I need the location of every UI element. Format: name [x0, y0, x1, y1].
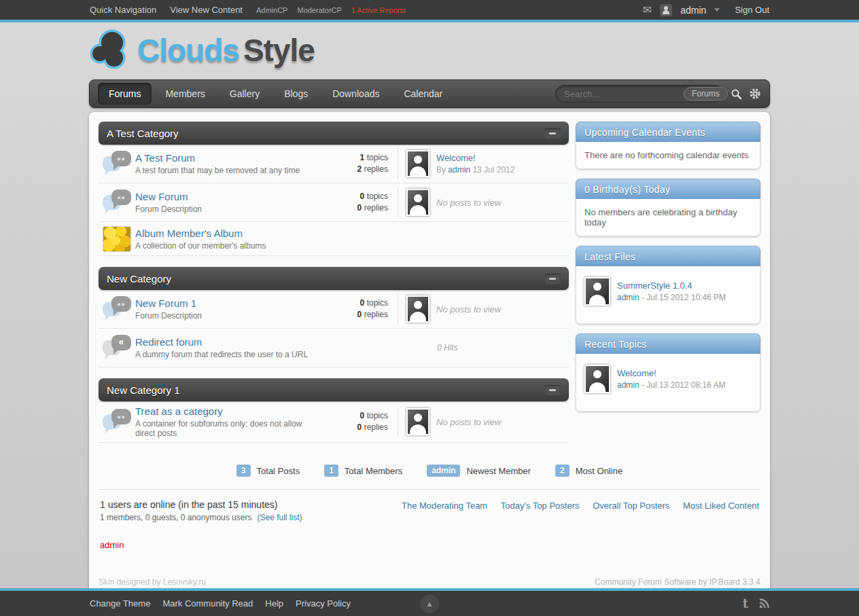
total-posts-badge: 3 — [236, 465, 251, 477]
gear-icon[interactable] — [749, 88, 761, 100]
forum-description: A dummy forum that redirects the user to… — [135, 350, 324, 359]
sidebar-block-title: Recent Topics — [576, 333, 760, 354]
forum-row-new-forum: «» New Forum Forum Description 0 topics … — [99, 183, 569, 222]
view-new-content-link[interactable]: View New Content — [170, 5, 243, 15]
forum-link[interactable]: Redirect forum — [135, 336, 202, 348]
tab-gallery[interactable]: Gallery — [219, 83, 270, 105]
search-icon[interactable] — [731, 88, 742, 100]
credits-row: Skin designed by Lesovsky.ru Community F… — [99, 550, 760, 587]
board-statistics: 3Total Posts 1Total Members adminNewest … — [99, 454, 760, 485]
mark-community-read-link[interactable]: Mark Community Read — [162, 598, 253, 609]
see-full-list-link[interactable]: (See full list) — [257, 513, 302, 522]
category-title: A Test Category — [107, 128, 179, 139]
forum-list: A Test Category «» A Test Forum A test f… — [99, 122, 569, 454]
forum-row-redirect: « Redirect forum A dummy forum that redi… — [99, 329, 569, 367]
change-theme-link[interactable]: Change Theme — [90, 598, 150, 609]
forum-description: A container for subforums only; does not… — [135, 419, 324, 438]
sidebar: Upcoming Calendar Events There are no fo… — [576, 122, 760, 454]
latest-file-item: SummerStyle 1.0.4 admin - Jul 15 2012 10… — [584, 274, 752, 315]
active-reports-link[interactable]: 1 Active Reports — [351, 6, 406, 14]
overall-top-posters-link[interactable]: Overall Top Posters — [593, 501, 669, 511]
avatar-icon[interactable] — [406, 150, 430, 177]
site-logo[interactable]: CloudsStyle — [90, 28, 315, 73]
help-link[interactable]: Help — [265, 598, 283, 609]
speech-bubbles-icon: «» — [99, 189, 135, 215]
forum-row-new-forum-1: «» New Forum 1 Forum Description 0 topic… — [99, 290, 569, 329]
newest-member-badge[interactable]: admin — [427, 465, 460, 477]
forum-link[interactable]: Treat as a category — [135, 405, 223, 417]
no-posts-text: No posts to view — [436, 304, 501, 314]
topic-author-link[interactable]: admin — [617, 380, 639, 390]
user-icon[interactable] — [660, 4, 672, 16]
avatar-icon[interactable] — [406, 408, 430, 435]
moderatorcp-link[interactable]: ModeratorCP — [297, 6, 341, 14]
forum-link[interactable]: New Forum 1 — [135, 297, 196, 309]
avatar-icon[interactable] — [584, 365, 610, 393]
sidebar-block-title: Latest Files — [576, 246, 760, 266]
sidebar-block-birthdays: 0 Birthday(s) Today No members are celeb… — [576, 179, 760, 236]
tab-members[interactable]: Members — [154, 83, 215, 105]
topic-link[interactable]: Welcome! — [617, 368, 725, 378]
privacy-policy-link[interactable]: Privacy Policy — [296, 598, 351, 609]
twitter-icon[interactable]: t — [743, 598, 748, 610]
file-link[interactable]: SummerStyle 1.0.4 — [617, 280, 726, 291]
last-post-author[interactable]: admin — [448, 165, 470, 175]
forum-stats: 1 topics 2 replies — [330, 152, 398, 176]
forum-description: Forum Description — [135, 204, 324, 214]
file-author-link[interactable]: admin — [617, 293, 639, 302]
online-count: 1 users are online (in the past 15 minut… — [100, 499, 302, 510]
avatar-icon[interactable] — [584, 277, 610, 306]
category-title: New Category — [107, 273, 171, 285]
collapse-minus-icon[interactable] — [544, 274, 561, 284]
forum-row-treat-as-category: «» Treat as a category A container for s… — [99, 401, 569, 443]
up-arrow-icon[interactable]: ▲ — [420, 594, 439, 613]
sidebar-block-text: No members are celebrating a birthday to… — [576, 199, 760, 236]
forum-stats: 0 topics 0 replies — [330, 410, 398, 434]
tab-downloads[interactable]: Downloads — [321, 83, 390, 105]
moderating-team-link[interactable]: The Moderating Team — [402, 501, 487, 511]
category-new-category-1: New Category 1 «» Treat as a category A … — [99, 378, 569, 443]
avatar-icon[interactable] — [406, 189, 430, 216]
sign-out-link[interactable]: Sign Out — [735, 5, 769, 15]
avatar-icon[interactable] — [406, 295, 430, 323]
speech-bubbles-icon: «» — [99, 409, 135, 435]
last-post-meta: By admin 13 Jul 2012 — [436, 165, 514, 175]
footer-bar: Change Theme Mark Community Read Help Pr… — [0, 588, 859, 616]
envelope-icon[interactable]: ✉ — [643, 5, 652, 16]
forum-link[interactable]: Album Member's Album — [135, 228, 243, 239]
forum-link[interactable]: New Forum — [135, 191, 188, 202]
admincp-link[interactable]: AdminCP — [256, 6, 287, 14]
dropdown-caret-icon[interactable] — [714, 8, 720, 12]
forum-stats: 0 topics 0 replies — [330, 191, 398, 215]
tab-calendar[interactable]: Calendar — [393, 83, 453, 105]
collapse-minus-icon[interactable] — [544, 385, 561, 395]
sidebar-block-title: 0 Birthday(s) Today — [576, 179, 760, 199]
skin-credit-link[interactable]: Skin designed by Lesovsky.ru — [99, 577, 206, 587]
online-user-admin[interactable]: admin — [100, 540, 759, 550]
collapse-minus-icon[interactable] — [544, 128, 561, 139]
tab-blogs[interactable]: Blogs — [273, 83, 319, 105]
username-menu[interactable]: admin — [680, 5, 706, 16]
forum-stats: 0 topics 0 replies — [330, 297, 398, 321]
logo-text: CloudsStyle — [137, 32, 315, 69]
forum-row-album: Album Member's Album A collection of our… — [99, 222, 569, 256]
most-online-badge: 2 — [555, 465, 569, 477]
rss-icon[interactable] — [759, 598, 769, 609]
site-header: CloudsStyle — [0, 22, 859, 79]
redirect-icon: « — [99, 335, 135, 361]
last-post-link[interactable]: Welcome! — [436, 153, 514, 163]
no-posts-text: No posts to view — [436, 417, 501, 427]
software-credit: Community Forum Software by IP.Board 3.3… — [595, 577, 760, 587]
forum-link[interactable]: A Test Forum — [135, 152, 195, 164]
hits-text: 0 Hits — [437, 343, 458, 352]
tab-forums[interactable]: Forums — [98, 83, 152, 105]
forum-description: A test forum that may be removed at any … — [135, 166, 324, 175]
search-scope-button[interactable]: Forums — [684, 87, 728, 101]
todays-top-posters-link[interactable]: Today's Top Posters — [501, 501, 580, 511]
sidebar-block-latest-files: Latest Files SummerStyle 1.0.4 admin - J… — [576, 246, 760, 324]
category-new-category: New Category «» New Forum 1 Forum Descri… — [99, 267, 569, 367]
recent-topic-item: Welcome! admin - Jul 13 2012 08:16 AM — [584, 362, 752, 403]
quick-navigation-link[interactable]: Quick Navigation — [90, 5, 156, 15]
most-liked-content-link[interactable]: Most Liked Content — [683, 501, 759, 511]
search-input[interactable] — [564, 89, 684, 99]
